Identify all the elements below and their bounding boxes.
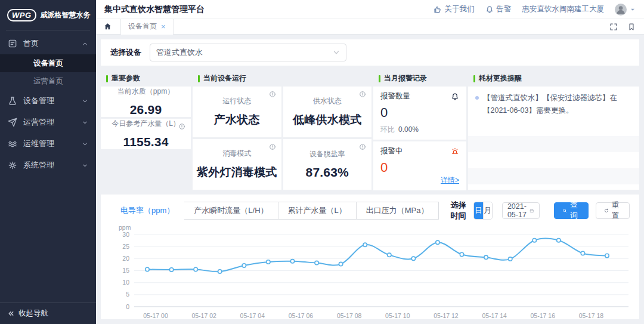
device-select[interactable]: 管道式直饮水 <box>150 44 346 61</box>
user-menu[interactable] <box>615 4 636 16</box>
alarm-link[interactable]: 告警 <box>485 4 512 14</box>
stat-label: 供水状态 <box>313 96 342 106</box>
sidebar-item-label: 运营首页 <box>33 76 63 87</box>
list-stripe <box>468 168 639 184</box>
tab-total-output[interactable]: 累计产水量（L） <box>278 202 357 220</box>
sidebar-item-device-management[interactable]: 设备管理 <box>0 90 96 112</box>
thumbs-up-icon <box>434 5 442 14</box>
tab-outlet-pressure[interactable]: 出口压力（MPa） <box>356 202 439 220</box>
sidebar-item-label: 首页 <box>23 38 39 49</box>
dashboard-icon <box>8 39 17 48</box>
section-title-label: 当月报警记录 <box>384 73 427 84</box>
accent-bar <box>379 75 380 82</box>
info-icon[interactable] <box>359 143 366 150</box>
home-icon[interactable] <box>103 22 112 31</box>
svg-text:25: 25 <box>122 243 129 250</box>
accent-bar <box>198 75 200 82</box>
stat-disinfect-mode: 消毒模式 紫外灯消毒模式 <box>193 139 281 190</box>
day-toggle[interactable]: 日 <box>474 202 483 219</box>
query-button[interactable]: 查询 <box>554 202 589 219</box>
sidebar-nav: 首页 设备首页 运营首页 设备管理 运营管理 运维管理 <box>0 30 96 303</box>
svg-text:05-17 00: 05-17 00 <box>143 312 168 319</box>
stat-label: 运行状态 <box>222 96 251 106</box>
alarm-count-label: 报警数量 <box>380 91 410 101</box>
query-label: 查询 <box>570 200 580 221</box>
about-us-label: 关于我们 <box>445 4 475 14</box>
section-title-label: 重要参数 <box>112 73 140 84</box>
close-icon[interactable]: × <box>161 23 166 30</box>
main-area: 集中式直饮水智慧管理平台 关于我们 告警 惠安直饮水闽南建工大厦 <box>96 0 644 324</box>
svg-text:05-17 10: 05-17 10 <box>385 312 410 319</box>
bookmark-icon[interactable] <box>627 23 636 31</box>
about-us-link[interactable]: 关于我们 <box>434 4 475 14</box>
info-icon[interactable] <box>178 123 185 130</box>
search-icon <box>562 207 567 214</box>
gear-icon <box>8 161 17 170</box>
collapse-nav-button[interactable]: 收起导航 <box>0 303 96 324</box>
stat-label: 设备脱盐率 <box>309 149 345 159</box>
stat-label: 当前水质（ppm） <box>117 87 174 97</box>
date-value: 2021-05-17 <box>507 202 530 219</box>
tab-device-home[interactable]: 设备首页 × <box>120 19 174 35</box>
ratio-label: 环比 <box>380 125 395 134</box>
svg-text:05-17 08: 05-17 08 <box>337 312 362 319</box>
brand-logo: WPG <box>7 9 36 21</box>
waves-icon <box>8 139 17 149</box>
device-filter-panel: 选择设备 管道式直饮水 <box>101 39 639 66</box>
month-toggle[interactable]: 月 <box>483 202 492 219</box>
svg-text:15: 15 <box>122 267 129 274</box>
accent-bar <box>473 75 475 82</box>
ratio-value: 0.00% <box>398 125 419 134</box>
stat-value: 紫外灯消毒模式 <box>197 165 277 180</box>
list-stripe <box>468 136 639 152</box>
reset-button[interactable]: 重置 <box>596 202 630 219</box>
device-select-value: 管道式直饮水 <box>156 47 203 58</box>
svg-text:10: 10 <box>122 279 129 286</box>
alarm-count-value: 0 <box>380 105 459 121</box>
date-picker[interactable]: 2021-05-17 <box>502 202 540 219</box>
info-icon[interactable] <box>269 143 276 150</box>
cards-row: 重要参数 当前水质（ppm） 26.99 今日参考产水量（L） 1155.34 <box>101 70 639 190</box>
tab-instant-flow[interactable]: 产水瞬时流量（L/H） <box>184 202 278 220</box>
stat-water-quality: 当前水质（ppm） 26.99 <box>101 87 191 117</box>
fullscreen-icon[interactable] <box>609 23 618 31</box>
bell-icon <box>485 5 494 14</box>
topbar: 集中式直饮水智慧管理平台 关于我们 告警 惠安直饮水闽南建工大厦 <box>96 0 644 19</box>
sidebar-item-operations-management[interactable]: 运营管理 <box>0 112 96 133</box>
svg-text:5: 5 <box>126 291 129 298</box>
site-name-label: 惠安直饮水闽南建工大厦 <box>522 4 605 14</box>
info-icon[interactable] <box>359 91 366 98</box>
alarm-detail-link[interactable]: 详情> <box>441 175 459 186</box>
svg-text:05-17 12: 05-17 12 <box>434 312 459 319</box>
section-title-label: 耗材更换提醒 <box>479 73 522 84</box>
tab-conductivity[interactable]: 电导率（ppm） <box>110 202 184 220</box>
line-chart[interactable]: 051015202530ppm05-17 0005-17 0205-17 040… <box>110 224 630 322</box>
consumables-list: 【管道式直饮水】【保安过滤器滤芯】在【2021-06-03】需要更换。 <box>468 87 639 190</box>
site-name[interactable]: 惠安直饮水闽南建工大厦 <box>522 4 605 14</box>
sidebar-item-system-management[interactable]: 系统管理 <box>0 155 96 176</box>
alarm-active-card: 报警中 0 详情> <box>373 141 466 190</box>
stat-desalination-rate: 设备脱盐率 87.63% <box>283 139 372 190</box>
sidebar-item-maintenance-management[interactable]: 运维管理 <box>0 133 96 155</box>
stat-value: 1155.34 <box>123 135 168 149</box>
stat-today-output: 今日参考产水量（L） 1155.34 <box>101 119 191 149</box>
sidebar-item-device-home[interactable]: 设备首页 <box>0 54 96 72</box>
flask-icon <box>8 96 17 106</box>
sidebar-item-operations-home[interactable]: 运营首页 <box>0 72 96 90</box>
app-window: WPG 威派格智慧水务 首页 设备首页 运营首页 设备管理 运 <box>0 0 644 324</box>
chart-tabs: 电导率（ppm） 产水瞬时流量（L/H） 累计产水量（L） 出口压力（MPa） <box>110 202 439 220</box>
alarm-count-card: 报警数量 0 环比0.00% <box>373 87 466 140</box>
chart-toolbar: 电导率（ppm） 产水瞬时流量（L/H） 累计产水量（L） 出口压力（MPa） … <box>110 200 630 221</box>
tab-label: 设备首页 <box>128 21 157 32</box>
section-important-params: 重要参数 当前水质（ppm） 26.99 今日参考产水量（L） 1155.34 <box>101 70 191 190</box>
chart-panel: 电导率（ppm） 产水瞬时流量（L/H） 累计产水量（L） 出口压力（MPa） … <box>101 195 639 319</box>
info-icon[interactable] <box>269 91 276 98</box>
alarm-active-value: 0 <box>380 160 459 175</box>
day-month-toggle: 日 月 <box>473 202 493 220</box>
content: 选择设备 管道式直饮水 重要参数 当前水质（ppm） 26. <box>96 35 644 324</box>
collapse-icon <box>7 310 15 317</box>
svg-text:05-17 18: 05-17 18 <box>579 312 604 319</box>
sidebar-item-home[interactable]: 首页 <box>0 33 96 54</box>
chart-area: 051015202530ppm05-17 0005-17 0205-17 040… <box>110 224 630 317</box>
select-device-label: 选择设备 <box>110 47 141 58</box>
